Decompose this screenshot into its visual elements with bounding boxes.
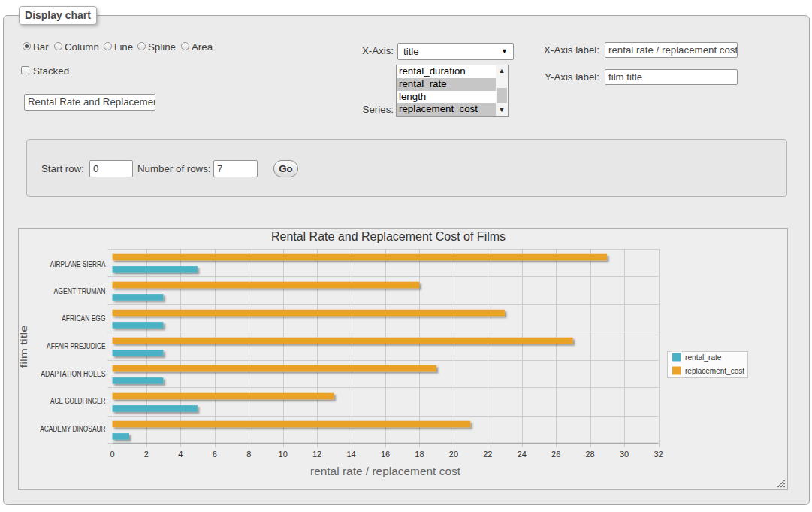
svg-text:30: 30: [620, 450, 629, 459]
svg-text:ACE GOLDFINGER: ACE GOLDFINGER: [50, 397, 105, 405]
svg-text:22: 22: [483, 450, 492, 459]
svg-text:24: 24: [518, 450, 527, 459]
svg-text:ACADEMY DINOSAUR: ACADEMY DINOSAUR: [40, 425, 105, 433]
svg-text:8: 8: [246, 450, 251, 459]
svg-text:32: 32: [654, 450, 663, 459]
svg-text:12: 12: [312, 450, 321, 459]
svg-text:16: 16: [381, 450, 390, 459]
svg-text:6: 6: [213, 450, 217, 459]
svg-text:4: 4: [178, 450, 183, 459]
svg-text:28: 28: [585, 450, 594, 459]
svg-text:14: 14: [346, 450, 355, 459]
svg-text:20: 20: [449, 450, 458, 459]
svg-text:Rental Rate and Replacement Co: Rental Rate and Replacement Cost of Film…: [271, 230, 506, 243]
svg-text:AFRICAN EGG: AFRICAN EGG: [62, 314, 105, 323]
svg-text:10: 10: [279, 450, 288, 459]
svg-text:26: 26: [551, 450, 560, 459]
svg-text:AGENT TRUMAN: AGENT TRUMAN: [54, 287, 106, 295]
svg-text:0: 0: [110, 450, 114, 459]
svg-text:2: 2: [144, 450, 149, 459]
svg-text:18: 18: [415, 450, 424, 459]
svg-text:AFFAIR PREJUDICE: AFFAIR PREJUDICE: [47, 342, 106, 350]
svg-text:rental rate / replacement cost: rental rate / replacement cost: [310, 465, 460, 477]
svg-text:replacement_cost: replacement_cost: [685, 366, 744, 375]
svg-text:ADAPTATION HOLES: ADAPTATION HOLES: [41, 370, 105, 378]
svg-text:film title: film title: [18, 326, 29, 368]
svg-text:rental_rate: rental_rate: [685, 353, 722, 362]
svg-text:AIRPLANE SIERRA: AIRPLANE SIERRA: [50, 260, 106, 268]
